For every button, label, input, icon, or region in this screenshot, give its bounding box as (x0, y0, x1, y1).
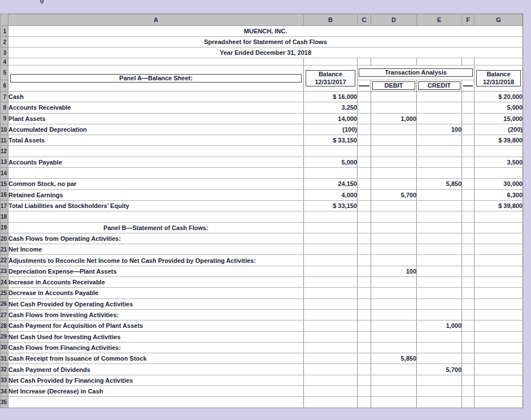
cell-a-label[interactable] (8, 397, 304, 408)
cell-f-spacer[interactable] (462, 321, 475, 331)
cell-a-label[interactable]: Accumulated Depreciation (8, 124, 304, 135)
cell-g-balance-2018[interactable] (475, 288, 523, 298)
cell-e-credit[interactable] (417, 375, 462, 386)
cell-c-spacer[interactable] (358, 353, 371, 364)
cell-e-credit[interactable] (417, 244, 462, 255)
cell-a-label[interactable]: Common Stock, no par (8, 179, 304, 189)
cell-e-credit[interactable] (417, 233, 462, 244)
column-header-d[interactable]: D (371, 14, 417, 26)
cell-a-label[interactable]: Cash Flows from Financing Activities: (8, 342, 304, 353)
cell-b-balance-2017[interactable] (304, 397, 358, 408)
cell-f-spacer[interactable] (462, 331, 475, 342)
cell-d-debit[interactable] (371, 179, 417, 189)
cell-e-credit[interactable]: 1,000 (417, 321, 462, 331)
row-number[interactable]: 6 (1, 80, 8, 92)
column-header-a[interactable]: A (8, 14, 304, 26)
cell-c-spacer[interactable] (358, 113, 371, 124)
row-number[interactable]: 17 (1, 200, 8, 211)
cell-f-spacer[interactable] (462, 353, 475, 364)
cell-g-balance-2018[interactable] (475, 331, 523, 342)
cell-f-spacer[interactable] (462, 342, 475, 353)
cell-d-debit[interactable] (371, 277, 417, 288)
cell-e-credit[interactable] (417, 288, 462, 298)
cell-d-debit[interactable] (371, 102, 417, 113)
cell[interactable] (475, 58, 523, 66)
cell-g-balance-2018[interactable] (475, 222, 523, 233)
cell-e-credit[interactable] (417, 211, 462, 222)
cell-d-debit[interactable] (371, 244, 417, 255)
cell-g-balance-2018[interactable] (475, 375, 523, 386)
cell-f-spacer[interactable] (462, 222, 475, 233)
column-header-e[interactable]: E (417, 14, 462, 26)
cell-g-balance-2018[interactable] (475, 146, 523, 157)
cell-c-spacer[interactable] (358, 124, 371, 135)
cell-d-debit[interactable] (371, 233, 417, 244)
cell-c-spacer[interactable] (358, 102, 371, 113)
cell-b-balance-2017[interactable]: 24,150 (304, 179, 358, 189)
row-number[interactable]: 31 (1, 353, 8, 364)
row-number[interactable]: 35 (1, 397, 8, 408)
cell-b-balance-2017[interactable] (304, 255, 358, 266)
cell-b-balance-2017[interactable]: 3,250 (304, 102, 358, 113)
cell-g-balance-2018[interactable] (475, 298, 523, 309)
cell-a-label[interactable]: Net Cash Provided by Financing Activitie… (8, 375, 304, 386)
cell-f-spacer[interactable] (462, 298, 475, 309)
credit-header-cell[interactable]: CREDIT (417, 80, 462, 92)
cell-c-spacer[interactable] (358, 342, 371, 353)
cell-d-debit[interactable] (371, 135, 417, 146)
cell-c-spacer[interactable] (358, 288, 371, 298)
cell-b-balance-2017[interactable]: 14,000 (304, 113, 358, 124)
row-number[interactable]: 5 (1, 66, 8, 80)
cell-f-spacer[interactable] (462, 113, 475, 124)
corner-cell[interactable] (1, 14, 8, 26)
cell-d-debit[interactable] (371, 342, 417, 353)
cell-e-credit[interactable]: 5,850 (417, 179, 462, 189)
cell-c-spacer[interactable] (358, 255, 371, 266)
cell-g-balance-2018[interactable]: 5,000 (475, 102, 523, 113)
cell-b-balance-2017[interactable]: $ 16,000 (304, 92, 358, 102)
cell-d-debit[interactable]: 1,000 (371, 113, 417, 124)
cell-b-balance-2017[interactable] (304, 309, 358, 320)
cell-c-spacer[interactable] (358, 222, 371, 233)
row-number[interactable]: 13 (1, 157, 8, 167)
cell-b-balance-2017[interactable] (304, 244, 358, 255)
cell-d-debit[interactable]: 5,700 (371, 189, 417, 200)
cell-e-credit[interactable] (417, 102, 462, 113)
row-number[interactable]: 4 (1, 58, 8, 66)
cell-e-credit[interactable] (417, 353, 462, 364)
row-number[interactable]: 30 (1, 342, 8, 353)
cell-f-spacer[interactable] (462, 255, 475, 266)
cell-a-label[interactable]: Total Liabilities and Stockholders’ Equi… (8, 200, 304, 211)
row-number[interactable]: 12 (1, 146, 8, 157)
cell-a-label[interactable]: Panel B—Statement of Cash Flows: (8, 222, 304, 233)
cell-f-spacer[interactable] (462, 179, 475, 189)
cell-e-credit[interactable] (417, 200, 462, 211)
row-number[interactable]: 28 (1, 321, 8, 331)
cell-c-spacer[interactable] (358, 277, 371, 288)
cell-e-credit[interactable] (417, 298, 462, 309)
cell-f-spacer[interactable] (462, 124, 475, 135)
row-number[interactable]: 34 (1, 386, 8, 397)
cell-b-balance-2017[interactable] (304, 342, 358, 353)
cell-g-balance-2018[interactable] (475, 168, 523, 179)
cell-d-debit[interactable] (371, 321, 417, 331)
cell-g-balance-2018[interactable] (475, 277, 523, 288)
row-number[interactable]: 21 (1, 244, 8, 255)
cell-e-credit[interactable]: 5,700 (417, 364, 462, 375)
cell-e-credit[interactable] (417, 189, 462, 200)
cell-g-balance-2018[interactable]: $ 20,000 (475, 92, 523, 102)
cell-e-credit[interactable] (417, 135, 462, 146)
cell-f-spacer[interactable] (462, 397, 475, 408)
cell-a-label[interactable]: Retained Earnings (8, 189, 304, 200)
period-title-cell[interactable]: Year Ended December 31, 2018 (8, 47, 523, 58)
credit-spacer-cell[interactable] (462, 80, 475, 92)
cell-e-credit[interactable] (417, 342, 462, 353)
cell-b-balance-2017[interactable] (304, 266, 358, 276)
cell-e-credit[interactable] (417, 331, 462, 342)
cell-a-label[interactable] (8, 168, 304, 179)
cell-d-debit[interactable] (371, 386, 417, 397)
row-number[interactable]: 7 (1, 92, 8, 102)
cell-a-label[interactable] (8, 146, 304, 157)
cell-c-spacer[interactable] (358, 397, 371, 408)
cell-e-credit[interactable] (417, 266, 462, 276)
